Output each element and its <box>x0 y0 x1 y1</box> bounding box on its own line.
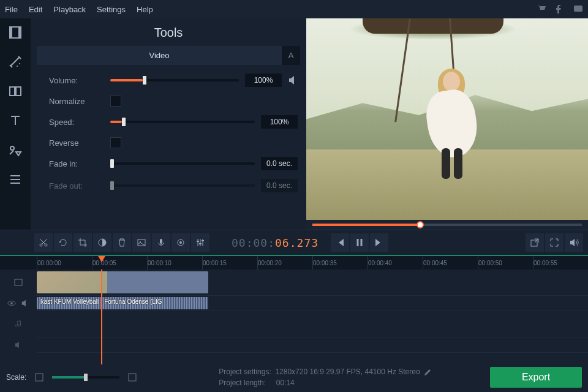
menu-settings[interactable]: Settings <box>97 5 126 14</box>
fadeout-slider[interactable] <box>110 184 255 187</box>
music-icon[interactable] <box>14 320 23 328</box>
record-button[interactable] <box>152 233 170 252</box>
tab-video[interactable]: Video <box>37 46 282 65</box>
play-button[interactable] <box>350 233 369 252</box>
fadeout-label: Fade out: <box>49 181 104 190</box>
project-settings-label: Project settings: <box>219 368 271 376</box>
cut-button[interactable] <box>34 233 53 252</box>
popout-button[interactable] <box>526 233 544 252</box>
media-icon[interactable] <box>6 23 24 42</box>
svg-rect-14 <box>160 239 162 244</box>
volume-slider[interactable] <box>110 79 239 81</box>
seek-bar[interactable] <box>306 220 588 230</box>
menu-bar: File Edit Playback Settings Help <box>0 0 588 18</box>
preview-image <box>306 18 588 220</box>
normalize-label: Normalize <box>49 97 104 106</box>
scale-label: Scale: <box>6 373 26 382</box>
project-settings-value: 1280x720 16:9 29.97 FPS, 44100 Hz Stereo <box>275 368 420 376</box>
titles-icon[interactable] <box>6 111 24 130</box>
equalizer-button[interactable] <box>191 233 209 252</box>
svg-point-5 <box>17 66 18 67</box>
fadein-label: Fade in: <box>49 159 104 168</box>
export-button[interactable]: Export <box>490 367 582 388</box>
reverse-checkbox[interactable] <box>110 137 121 148</box>
speed-value: 100% <box>261 115 298 129</box>
svg-rect-2 <box>10 27 12 38</box>
fullscreen-button[interactable] <box>545 233 564 252</box>
normalize-checkbox[interactable] <box>110 96 121 107</box>
menu-file[interactable]: File <box>5 5 18 14</box>
svg-point-10 <box>45 244 47 246</box>
volume-label: Volume: <box>49 76 104 85</box>
volume-button[interactable] <box>565 233 583 252</box>
color-button[interactable] <box>93 233 111 252</box>
footer-bar: Scale: Project settings: 1280x720 16:9 2… <box>0 363 588 392</box>
project-length-value: 00:14 <box>276 379 295 387</box>
audio-track[interactable]: Ikast KFUM Volleyball - Fortuna Odense (… <box>37 296 588 311</box>
filters-icon[interactable] <box>6 53 24 71</box>
edit-settings-icon[interactable] <box>424 369 431 376</box>
tools-panel: Tools Video A Volume: 100% Normalize Spe… <box>31 18 306 230</box>
svg-rect-19 <box>202 240 204 241</box>
svg-point-4 <box>19 63 20 64</box>
svg-rect-3 <box>18 27 21 38</box>
svg-rect-7 <box>16 87 21 96</box>
speaker-track2-icon[interactable] <box>14 341 23 349</box>
crop-button[interactable] <box>74 233 92 252</box>
empty-track-1[interactable] <box>37 311 588 337</box>
delete-button[interactable] <box>113 233 131 252</box>
svg-point-23 <box>10 302 13 304</box>
svg-rect-21 <box>15 279 22 285</box>
speaker-track-icon[interactable] <box>21 299 29 307</box>
next-button[interactable] <box>370 233 388 252</box>
picture-button[interactable] <box>132 233 151 252</box>
speaker-icon[interactable] <box>288 75 298 85</box>
empty-track-2[interactable] <box>37 337 588 353</box>
mid-toolbar: 00:00:06.273 <box>0 230 588 255</box>
left-sidebar <box>0 18 31 230</box>
preview-panel <box>306 18 588 230</box>
timecode: 00:00:06.273 <box>232 236 318 249</box>
rotate-button[interactable] <box>54 233 72 252</box>
top-right-icons <box>537 4 583 13</box>
zoom-out-icon[interactable] <box>35 373 43 382</box>
speed-label: Speed: <box>49 118 104 127</box>
project-length-label: Project length: <box>219 379 266 387</box>
svg-rect-17 <box>197 241 199 242</box>
tools-title: Tools <box>31 18 306 46</box>
svg-point-9 <box>40 244 42 246</box>
youtube-icon[interactable] <box>573 4 583 13</box>
svg-rect-25 <box>129 374 136 381</box>
reverse-label: Reverse <box>49 138 104 148</box>
video-track[interactable] <box>37 270 588 296</box>
video-clip[interactable] <box>37 271 208 293</box>
prev-button[interactable] <box>331 233 349 252</box>
video-track-icon[interactable] <box>13 277 23 287</box>
svg-rect-6 <box>10 87 15 96</box>
fadeout-value: 0.0 sec. <box>261 179 298 192</box>
svg-point-8 <box>10 146 14 150</box>
cart-icon[interactable] <box>537 4 546 13</box>
transitions-icon[interactable] <box>6 82 24 100</box>
svg-rect-24 <box>36 374 43 381</box>
menu-playback[interactable]: Playback <box>53 5 86 14</box>
timeline-tracks: Ikast KFUM Volleyball - Fortuna Odense (… <box>0 270 588 364</box>
svg-point-16 <box>179 241 182 244</box>
fadein-slider[interactable] <box>110 162 255 165</box>
eye-icon[interactable] <box>7 299 16 307</box>
speed-slider[interactable] <box>110 121 255 123</box>
facebook-icon[interactable] <box>555 4 565 13</box>
svg-rect-0 <box>574 6 582 12</box>
volume-value: 100% <box>245 74 282 87</box>
playhead[interactable] <box>101 270 102 364</box>
timeline-ruler[interactable]: 00:00:0000:00:0500:00:1000:00:1500:00:20… <box>0 255 588 270</box>
tab-audio[interactable]: A <box>282 46 300 65</box>
more-icon[interactable] <box>6 170 24 189</box>
audio-clip[interactable]: Ikast KFUM Volleyball - Fortuna Odense (… <box>37 297 208 309</box>
zoom-in-icon[interactable] <box>128 373 137 382</box>
scale-slider[interactable] <box>52 376 119 379</box>
menu-edit[interactable]: Edit <box>29 5 42 14</box>
menu-help[interactable]: Help <box>137 5 153 14</box>
stickers-icon[interactable] <box>6 141 24 159</box>
properties-button[interactable] <box>172 233 190 252</box>
